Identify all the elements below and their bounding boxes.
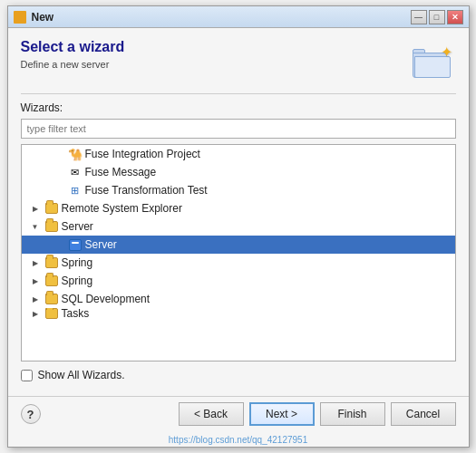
header-icon: ✦ — [409, 39, 456, 82]
header-section: Select a wizard Define a new server ✦ — [21, 39, 456, 82]
wizard-tree[interactable]: 🐪 Fuse Integration Project ✉ Fuse Messag… — [21, 144, 456, 361]
item-label-fuse-message: Fuse Message — [85, 166, 157, 178]
folder-icon-sql — [44, 292, 59, 306]
watermark-text: https://blog.csdn.net/qq_42127951 — [169, 435, 307, 445]
next-button[interactable]: Next > — [249, 402, 315, 426]
cancel-button[interactable]: Cancel — [391, 402, 456, 426]
grid-icon: ⊞ — [68, 183, 83, 198]
wizard-folder-icon: ✦ — [413, 43, 452, 78]
show-all-checkbox[interactable] — [21, 370, 33, 381]
tree-item-server-child[interactable]: Server — [22, 236, 455, 254]
main-window: New — □ ✕ Select a wizard Define a new s… — [7, 5, 470, 448]
item-label-server-child: Server — [85, 238, 117, 251]
item-label-spring2: Spring — [62, 275, 93, 287]
item-label-fuse-transform: Fuse Transformation Test — [85, 184, 208, 197]
arrow-collapsed-tasks — [29, 308, 42, 319]
finish-button[interactable]: Finish — [320, 402, 385, 426]
back-button[interactable]: < Back — [179, 402, 244, 426]
item-label-server-parent: Server — [62, 220, 93, 233]
tree-item-fuse-message[interactable]: ✉ Fuse Message — [22, 163, 455, 181]
item-label-tasks: Tasks — [62, 308, 90, 319]
tree-item-sql-dev[interactable]: SQL Development — [22, 290, 455, 308]
wizards-label: Wizards: — [21, 101, 456, 114]
tree-item-spring1[interactable]: Spring — [22, 254, 455, 272]
arrow-collapsed-spring1 — [29, 256, 42, 269]
folder-icon-spring2 — [44, 274, 59, 288]
server-icon — [68, 237, 83, 252]
arrow-expanded-server — [29, 220, 42, 233]
item-label-fuse-integration: Fuse Integration Project — [85, 148, 200, 160]
minimize-button[interactable]: — — [411, 10, 427, 24]
arrow-collapsed-remote — [29, 202, 42, 215]
arrow-collapsed-sql — [29, 293, 42, 305]
watermark: https://blog.csdn.net/qq_42127951 — [8, 433, 469, 447]
main-content: Select a wizard Define a new server ✦ Wi… — [8, 28, 469, 396]
arrow-collapsed-spring2 — [29, 275, 42, 287]
folder-icon-remote — [44, 201, 59, 216]
show-all-label[interactable]: Show All Wizards. — [38, 369, 125, 381]
title-bar-left: New — [14, 11, 54, 24]
tree-item-fuse-transform[interactable]: ⊞ Fuse Transformation Test — [22, 181, 455, 199]
filter-input[interactable] — [21, 119, 456, 139]
envelope-icon: ✉ — [68, 165, 83, 179]
folder-icon-server — [44, 219, 59, 234]
item-label-remote: Remote System Explorer — [62, 202, 182, 215]
header-text: Select a wizard Define a new server — [21, 39, 409, 70]
wizard-subtitle: Define a new server — [21, 59, 409, 70]
tree-item-spring2[interactable]: Spring — [22, 272, 455, 290]
camel-icon: 🐪 — [68, 147, 83, 161]
star-icon: ✦ — [441, 43, 452, 61]
window-icon — [14, 11, 26, 24]
footer-left: ? — [21, 404, 41, 424]
folder-icon-tasks — [44, 308, 59, 319]
window-controls: — □ ✕ — [411, 10, 463, 24]
item-label-spring1: Spring — [62, 256, 93, 269]
close-button[interactable]: ✕ — [447, 10, 463, 24]
header-divider — [21, 93, 456, 94]
folder-icon-spring1 — [44, 255, 59, 270]
footer-buttons: < Back Next > Finish Cancel — [179, 402, 456, 426]
item-label-sql: SQL Development — [62, 293, 151, 305]
maximize-button[interactable]: □ — [429, 10, 445, 24]
title-bar: New — □ ✕ — [8, 6, 469, 28]
show-all-area: Show All Wizards. — [21, 369, 456, 381]
tree-item-remote-system[interactable]: Remote System Explorer — [22, 199, 455, 217]
help-button[interactable]: ? — [21, 404, 41, 424]
tree-item-tasks[interactable]: Tasks — [22, 308, 455, 319]
footer: ? < Back Next > Finish Cancel — [8, 396, 469, 433]
tree-item-fuse-integration[interactable]: 🐪 Fuse Integration Project — [22, 145, 455, 163]
tree-item-server-parent[interactable]: Server — [22, 217, 455, 236]
wizard-title: Select a wizard — [21, 39, 409, 55]
window-title: New — [32, 11, 54, 24]
